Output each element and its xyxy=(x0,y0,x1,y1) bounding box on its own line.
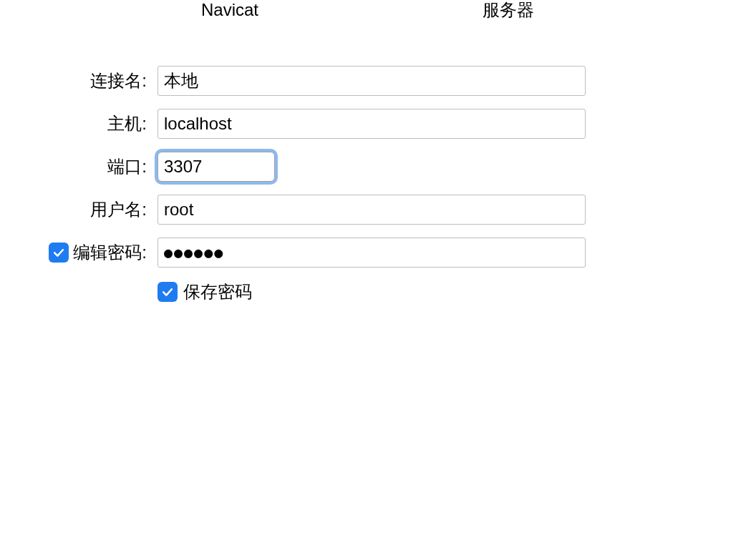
connection-name-input[interactable] xyxy=(158,66,586,96)
edit-password-checkbox[interactable] xyxy=(49,243,69,263)
check-icon xyxy=(160,285,175,299)
edit-password-row: 编辑密码: ●●●●●● xyxy=(0,238,586,268)
username-label: 用户名: xyxy=(0,198,147,221)
host-input[interactable] xyxy=(158,109,586,139)
save-password-row: 保存密码 xyxy=(158,280,586,303)
check-icon xyxy=(52,245,66,260)
connection-form: 连接名: 主机: 端口: 用户名: 编辑密码: ●●●●●● 保存 xyxy=(0,66,586,303)
username-input[interactable] xyxy=(158,195,586,225)
save-password-checkbox[interactable] xyxy=(158,282,178,302)
password-input[interactable]: ●●●●●● xyxy=(158,238,586,268)
tab-server[interactable]: 服务器 xyxy=(483,0,534,21)
tab-navicat[interactable]: Navicat xyxy=(201,0,258,20)
port-input[interactable] xyxy=(158,152,275,182)
connection-name-row: 连接名: xyxy=(0,66,586,96)
edit-password-label-group: 编辑密码: xyxy=(0,241,147,264)
username-row: 用户名: xyxy=(0,195,586,225)
host-label: 主机: xyxy=(0,112,147,135)
port-label: 端口: xyxy=(0,155,147,178)
save-password-label: 保存密码 xyxy=(183,280,252,303)
edit-password-label: 编辑密码: xyxy=(73,241,147,264)
connection-name-label: 连接名: xyxy=(0,69,147,92)
port-row: 端口: xyxy=(0,152,586,182)
host-row: 主机: xyxy=(0,109,586,139)
tab-bar: Navicat 服务器 xyxy=(0,0,756,20)
